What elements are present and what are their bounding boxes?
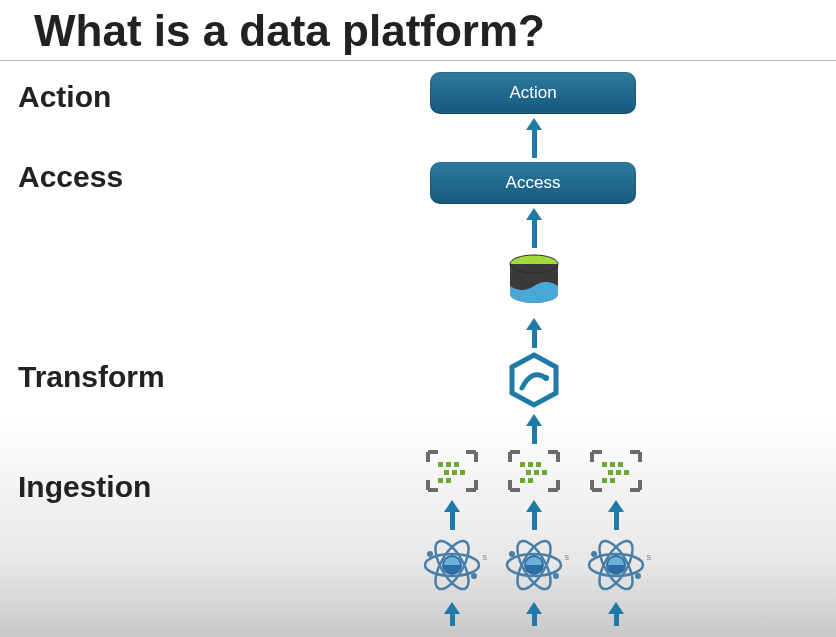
stage-label-transform: Transform: [18, 360, 165, 394]
pipeline-bracket-icon: [424, 448, 480, 494]
svg-rect-9: [460, 470, 465, 475]
svg-rect-6: [454, 462, 459, 467]
svg-rect-4: [438, 462, 443, 467]
svg-point-44: [591, 551, 597, 557]
svg-rect-8: [452, 470, 457, 475]
svg-rect-11: [446, 478, 451, 483]
svg-rect-26: [602, 478, 607, 483]
svg-rect-23: [608, 470, 613, 475]
svg-rect-7: [444, 470, 449, 475]
hexagon-transform-icon: [506, 352, 562, 408]
svg-rect-17: [542, 470, 547, 475]
svg-point-33: [471, 573, 477, 579]
arrow-up-icon: [608, 602, 624, 626]
slide-title: What is a data platform?: [0, 0, 836, 61]
svg-point-38: [509, 551, 515, 557]
source-badge: s: [565, 552, 570, 562]
svg-point-45: [635, 573, 641, 579]
arrow-up-icon: [526, 602, 542, 626]
pipeline-bracket-icon: [588, 448, 644, 494]
arrow-up-icon: [444, 602, 460, 626]
svg-rect-5: [446, 462, 451, 467]
arrow-up-icon: [608, 500, 624, 530]
stage-label-action: Action: [18, 80, 111, 114]
stage-label-ingestion: Ingestion: [18, 470, 151, 504]
svg-point-32: [427, 551, 433, 557]
svg-rect-12: [520, 462, 525, 467]
arrow-up-icon: [526, 500, 542, 530]
svg-rect-22: [618, 462, 623, 467]
arrow-up-icon: [526, 414, 542, 444]
arrow-up-icon: [526, 318, 542, 348]
stage-label-access: Access: [18, 160, 123, 194]
pipeline-bracket-icon: [506, 448, 562, 494]
svg-rect-18: [520, 478, 525, 483]
arrow-up-icon: [526, 118, 542, 158]
svg-rect-10: [438, 478, 443, 483]
svg-rect-15: [526, 470, 531, 475]
svg-rect-13: [528, 462, 533, 467]
svg-rect-19: [528, 478, 533, 483]
source-badge: s: [647, 552, 652, 562]
arrow-up-icon: [526, 208, 542, 248]
datalake-icon: [506, 254, 562, 312]
svg-rect-25: [624, 470, 629, 475]
atom-source-icon: s: [421, 534, 483, 596]
svg-rect-14: [536, 462, 541, 467]
svg-point-3: [543, 375, 549, 381]
arrow-up-icon: [444, 500, 460, 530]
svg-marker-2: [512, 355, 556, 405]
action-box: Action: [430, 72, 636, 114]
source-badge: s: [483, 552, 488, 562]
svg-rect-20: [602, 462, 607, 467]
svg-rect-16: [534, 470, 539, 475]
svg-rect-21: [610, 462, 615, 467]
svg-point-39: [553, 573, 559, 579]
svg-rect-24: [616, 470, 621, 475]
svg-rect-27: [610, 478, 615, 483]
access-box: Access: [430, 162, 636, 204]
atom-source-icon: s: [503, 534, 565, 596]
atom-source-icon: s: [585, 534, 647, 596]
